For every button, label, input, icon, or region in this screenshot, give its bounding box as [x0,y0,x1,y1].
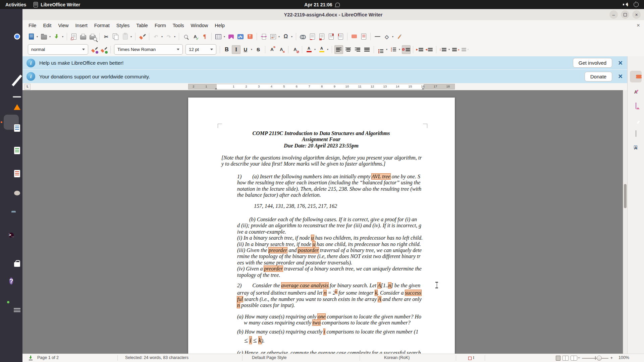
title-bar[interactable]: Y22-2119-assign4.docx - LibreOffice Writ… [22,9,644,20]
clock-button[interactable]: Apr 21 21:06 [304,2,332,7]
word-count-status[interactable]: Selected: 24 words, 83 characters [125,355,189,360]
dropdown-arrow-icon[interactable]: ▾ [398,48,401,51]
cut-button[interactable]: ✂ [102,32,111,41]
browser-dock-item[interactable] [4,45,19,60]
paragraph-style-combo[interactable]: normal [28,44,88,55]
chevron-down-icon[interactable] [210,49,213,52]
align-center-button[interactable] [344,45,353,54]
infobar-close-icon[interactable]: × [618,59,623,67]
formatting-marks-button[interactable]: ¶ [200,32,209,41]
menu-styles[interactable]: Styles [113,21,133,29]
undo-button[interactable]: ↶▾ [152,32,164,41]
font-color-button[interactable]: A▾ [305,45,317,54]
insert-chart-button[interactable] [236,32,245,41]
redo-button[interactable]: ↷▾ [164,32,176,41]
indent-marker[interactable] [422,86,424,89]
subscript-button[interactable]: AB [277,45,286,54]
copy-button[interactable] [111,32,120,41]
get-involved-button[interactable]: Get involved [573,58,612,68]
styles-deck-button[interactable]: A [630,86,642,98]
book-view-icon[interactable] [571,356,577,361]
activities-button[interactable]: Activities [5,2,26,7]
horizontal-ruler[interactable]: 21123456789101112131415161718 [188,84,455,89]
minimize-button[interactable]: – [609,10,618,19]
software-store-dock-item[interactable] [4,250,19,265]
vscode-dock-item[interactable] [4,67,19,82]
justified-button[interactable] [363,45,371,54]
save-status-icon[interactable] [29,356,33,360]
insert-horizontal-line-button[interactable] [373,32,382,41]
maximize-button[interactable] [621,10,629,19]
italic-button[interactable]: I [232,45,240,54]
indent-marker[interactable] [215,86,217,89]
track-changes-button[interactable] [359,32,368,41]
increase-indent-button[interactable]: ▶ [416,45,424,54]
new-document-button[interactable]: ▾ [27,32,39,41]
insert-text-box-button[interactable]: T [246,32,254,41]
unordered-list-button[interactable]: ▾ [376,45,388,54]
menu-window[interactable]: Window [187,21,212,29]
clear-formatting-button[interactable]: A⊘ [291,45,300,54]
menu-table[interactable]: Table [133,21,151,29]
files-dock-item[interactable] [4,205,19,220]
insert-table-button[interactable]: ▾ [214,32,226,41]
print-button[interactable] [79,32,88,41]
page-deck-button[interactable] [630,128,642,139]
increase-paragraph-spacing-button[interactable]: ▲ [451,45,460,54]
scrollbar-thumb[interactable] [624,184,627,208]
basic-shapes-button[interactable]: ◇▾ [382,32,394,41]
insert-special-character-button[interactable]: Ω▾ [281,32,293,41]
insert-comment-button[interactable] [350,32,359,41]
volume-icon[interactable]: ) [623,2,628,7]
dropdown-arrow-icon[interactable]: ▾ [447,48,451,51]
no-list-button[interactable]: ⊘ [402,45,411,54]
underline-button[interactable]: U▾ [241,45,253,54]
app-menu[interactable]: LibreOffice Writer [34,2,80,7]
menu-edit[interactable]: Edit [40,21,55,29]
superscript-button[interactable]: AB [268,45,276,54]
gimp-dock-item[interactable] [4,181,19,196]
find-and-replace-button[interactable] [181,32,190,41]
dropdown-arrow-icon[interactable]: ▾ [223,35,226,38]
text-editor-dock-item[interactable] [4,298,19,313]
help-dock-item[interactable]: ? [4,274,19,289]
clone-formatting-button[interactable] [138,32,147,41]
show-draw-functions-button[interactable] [395,32,404,41]
insert-bookmark-button[interactable] [327,32,335,41]
font-name-combo[interactable]: Times New Roman [114,44,183,55]
dropdown-arrow-icon[interactable]: ▾ [160,35,164,38]
power-icon[interactable] [634,2,639,7]
dropdown-arrow-icon[interactable]: ▾ [36,35,39,38]
donate-button[interactable]: Donate [585,72,612,81]
menu-help[interactable]: Help [211,21,228,29]
language-status[interactable]: Korean (RoK) [384,355,410,360]
insert-page-break-button[interactable] [259,32,268,41]
libreoffice-writer-dock-item[interactable] [4,115,19,130]
style-inspector-deck-button[interactable]: A [630,142,642,154]
dropdown-arrow-icon[interactable]: ▾ [129,35,133,38]
dropdown-arrow-icon[interactable]: ▾ [61,35,64,38]
chrome-dock-item[interactable] [4,23,19,38]
paste-button[interactable]: ▾ [121,32,133,41]
zoom-out-icon[interactable]: − [578,355,580,360]
multi-page-view-icon[interactable] [562,356,569,361]
insert-image-button[interactable] [227,32,235,41]
dropdown-arrow-icon[interactable]: ▾ [173,35,176,38]
align-right-button[interactable] [353,45,362,54]
zoom-in-icon[interactable]: + [610,355,613,360]
open-file-button[interactable]: ▾ [40,32,52,41]
menu-file[interactable]: File [25,21,40,29]
sidebar-settings-button[interactable] [630,57,642,68]
vlc-dock-item[interactable] [4,91,19,106]
libreoffice-impress-dock-item[interactable] [4,160,19,175]
bold-button[interactable]: B [222,45,231,54]
selection-mode-icon[interactable] [468,356,476,360]
app-grid-dock-item[interactable] [4,350,19,362]
chevron-down-icon[interactable] [82,49,85,52]
tab-stop-selector[interactable]: L [24,84,31,90]
menu-insert[interactable]: Insert [72,21,91,29]
decrease-indent-button[interactable]: ◀ [425,45,434,54]
menu-form[interactable]: Form [151,21,169,29]
properties-deck-button[interactable] [630,71,642,82]
dropdown-arrow-icon[interactable]: ▾ [313,48,317,51]
